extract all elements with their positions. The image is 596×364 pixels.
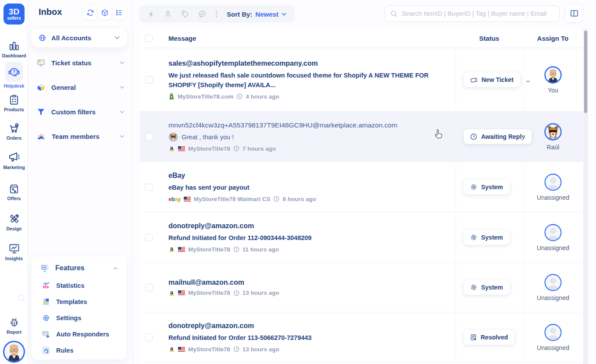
status-pill[interactable]: System: [464, 180, 510, 194]
filter-general[interactable]: General: [37, 81, 125, 94]
refresh-button[interactable]: [83, 6, 97, 20]
filter-custom-filters[interactable]: Custom filters: [37, 105, 125, 118]
ticket-row[interactable]: donotreply@amazon.com Refund Initiated f…: [140, 312, 583, 363]
package-button[interactable]: [98, 6, 112, 20]
status-pill[interactable]: New Ticket: [464, 72, 520, 87]
svg-text:?: ?: [552, 329, 554, 333]
quick-action-icon[interactable]: [147, 11, 155, 18]
ticket-sender: sales@ashopifytemplatethemecompany.com: [168, 60, 445, 67]
row-checkbox[interactable]: [145, 234, 153, 241]
status-label: New Ticket: [482, 76, 514, 83]
sidebar-item-dashboard[interactable]: Dashboard: [0, 40, 28, 58]
store-name: MyStoreTitle78: [188, 346, 230, 353]
team-members-icon: [37, 132, 46, 141]
features-header[interactable]: Features: [40, 262, 118, 275]
ticket-row[interactable]: eBay eBay has sent your payout ebay MySt…: [140, 162, 583, 212]
feature-label: Settings: [56, 315, 81, 322]
row-checkbox[interactable]: [145, 76, 153, 84]
status-pill[interactable]: System: [464, 230, 510, 245]
search-input[interactable]: [402, 10, 554, 17]
gear-icon: [42, 314, 50, 322]
assignee-avatar[interactable]: [544, 66, 562, 84]
status-pill[interactable]: System: [464, 280, 510, 295]
vertical-scrollbar[interactable]: [583, 29, 588, 364]
unassigned-avatar[interactable]: ?: [544, 274, 562, 291]
scrollbar-thumb[interactable]: [584, 31, 587, 113]
ticket-row[interactable]: sales@ashopifytemplatethemecompany.com W…: [140, 48, 583, 112]
status-label: System: [481, 184, 503, 191]
sidebar-item-helpdesk[interactable]: ? Helpdesk: [0, 62, 28, 88]
ticket-subject: Refund Initiated for Order 112-0903444-3…: [168, 233, 445, 243]
ticket-row[interactable]: mnvn52cf4kcw3zq+A553798137T9EI48GC9HU@ma…: [140, 112, 583, 162]
feature-rules[interactable]: Rules: [42, 345, 117, 356]
row-checkbox[interactable]: [145, 184, 153, 191]
user-avatar-image: [3, 341, 25, 363]
sidebar-item-label: Report: [7, 329, 21, 335]
feature-statistics[interactable]: Statistics: [42, 280, 117, 291]
amazon-icon: a: [168, 346, 175, 353]
inbox-main: Sort By: Newest Message Status Assign To: [133, 0, 596, 364]
ticket-meta: s MyStoreTitle78.com 4 hours ago: [168, 93, 445, 100]
ticket-time: 4 hours ago: [246, 93, 279, 100]
search-icon: [390, 10, 398, 18]
awaiting-reply-icon: [470, 133, 477, 140]
status-pill[interactable]: Resolved: [464, 330, 514, 345]
assignee-name: Unassigned: [537, 294, 569, 301]
sidebar-item-design[interactable]: Design: [0, 213, 28, 231]
sidebar-item-products[interactable]: Products: [0, 94, 28, 112]
sidebar-item-label: Marketing: [3, 165, 25, 170]
insights-icon: [8, 243, 20, 254]
select-all-checkbox[interactable]: [145, 35, 153, 42]
assign-user-icon[interactable]: [164, 10, 172, 18]
filter-team-members[interactable]: Team members: [37, 130, 125, 143]
unassigned-avatar[interactable]: ?: [544, 224, 562, 241]
unassigned-avatar[interactable]: ?: [544, 324, 562, 341]
status-pill[interactable]: Awaiting Reply: [464, 129, 532, 144]
ticket-time: 13 hours ago: [243, 346, 279, 353]
dashboard-icon: [8, 40, 20, 52]
unassigned-avatar[interactable]: ?: [544, 173, 562, 191]
sidebar-item-marketing[interactable]: Marketing: [0, 150, 28, 170]
sidebar-item-insights[interactable]: Insights: [0, 243, 28, 261]
chevron-down-icon: [120, 86, 125, 89]
sort-by-dropdown[interactable]: Newest: [255, 11, 286, 18]
marketing-icon: [7, 150, 21, 163]
new-ticket-icon: [470, 77, 478, 83]
row-checkbox[interactable]: [145, 334, 153, 341]
clock-icon: [233, 346, 239, 352]
store-name: MyStoreTitle78: [188, 290, 230, 296]
layout-columns-button[interactable]: [565, 4, 583, 22]
filter-ticket-status[interactable]: Ticket status: [37, 56, 125, 69]
sidebar-item-label: Orders: [7, 135, 21, 141]
ticket-sender: donotreply@amazon.com: [168, 322, 445, 330]
sidebar-item-label: Dashboard: [2, 53, 26, 58]
sidebar-item-report[interactable]: Report: [0, 316, 28, 335]
more-options-icon[interactable]: [215, 10, 218, 18]
row-checkbox[interactable]: [145, 133, 153, 141]
feature-auto-responders[interactable]: Auto Responders: [42, 329, 117, 339]
feature-templates[interactable]: Templates: [42, 297, 117, 307]
clock-icon: [273, 196, 279, 202]
account-selector[interactable]: All Accounts: [32, 28, 127, 47]
assignee-avatar[interactable]: [544, 123, 562, 141]
sidebar-item-orders[interactable]: Orders: [0, 123, 28, 141]
columns-icon: [570, 9, 578, 18]
ticket-row[interactable]: donotreply@amazon.com Refund Initiated f…: [140, 212, 583, 263]
list-view-button[interactable]: [112, 6, 126, 20]
helpdesk-app: 3D sellers Dashboard ? Helpdesk: [0, 0, 596, 364]
tag-icon[interactable]: [181, 10, 189, 18]
comment-icon[interactable]: [198, 10, 206, 18]
ticket-row[interactable]: mailnull@amazon.com a MyStoreTitle78 13 …: [140, 263, 583, 312]
sidebar-item-label: Products: [4, 107, 24, 112]
assignee-name: Raúl: [547, 144, 560, 151]
row-checkbox[interactable]: [145, 284, 153, 291]
sidebar-item-offers[interactable]: Offers: [0, 183, 28, 201]
amazon-icon: a: [168, 290, 175, 297]
user-avatar[interactable]: [3, 341, 25, 363]
chevron-up-icon: [113, 267, 118, 270]
3dsellers-logo[interactable]: 3D sellers: [4, 4, 25, 25]
ticket-sender: eBay: [168, 172, 445, 180]
us-flag-icon: [178, 146, 185, 151]
package-cube-icon: [101, 9, 109, 17]
feature-settings[interactable]: Settings: [42, 313, 117, 323]
